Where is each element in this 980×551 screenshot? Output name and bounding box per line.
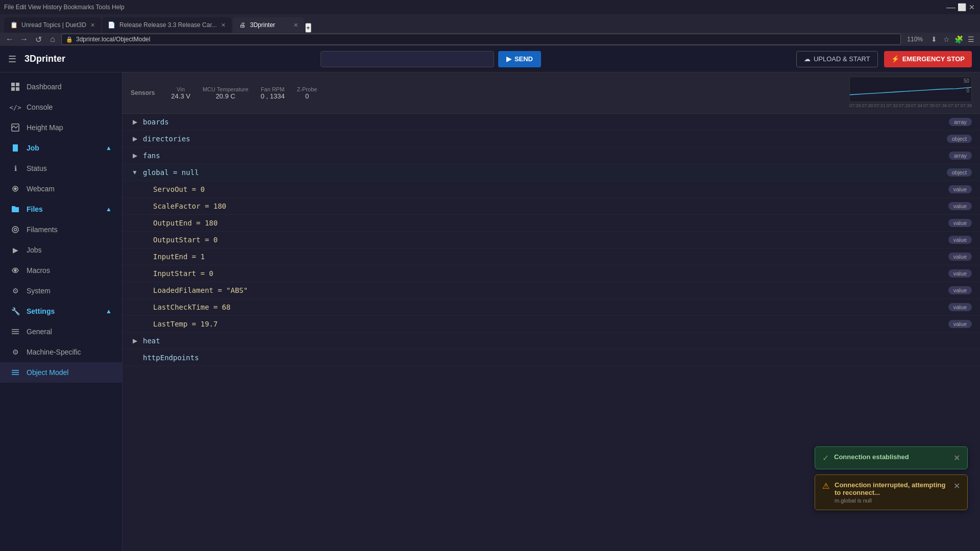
back-button[interactable]: ← [4,34,15,45]
sidebar-item-object-model[interactable]: Object Model [0,362,122,383]
om-row-servoout[interactable]: ServoOut = 0 value [122,181,980,198]
close-icon[interactable]: ✕ [969,4,976,11]
om-row-httpendpoints[interactable]: ▶ httpEndpoints object [122,349,980,366]
om-row-outputend[interactable]: OutputEnd = 180 value [122,215,980,232]
bookmarks-icon[interactable]: ☆ [941,34,951,44]
om-row-scalefactor[interactable]: ScaleFactor = 180 value [122,198,980,215]
boards-toggle-icon: ▶ [131,118,139,126]
sidebar-section-files[interactable]: Files ▲ [0,199,122,219]
menu-icon[interactable]: ☰ [966,34,976,44]
forward-button[interactable]: → [18,34,30,45]
extensions-icon[interactable]: 🧩 [953,34,964,44]
filaments-icon [10,224,20,235]
om-row-global[interactable]: ▼ global = null object [122,164,980,181]
files-icon [10,204,20,214]
heat-toggle-icon: ▶ [131,337,139,345]
sidebar-item-filaments[interactable]: Filaments [0,219,122,240]
om-row-heat[interactable]: ▶ heat object [122,333,980,349]
inputstart-key: InputStart = 0 [153,269,213,278]
fan-sensor: Fan RPM 0 , 1334 [261,86,285,100]
maximize-icon[interactable]: ⬜ [958,4,965,11]
sidebar-item-system[interactable]: ⚙ System [0,281,122,301]
svg-point-8 [14,229,17,231]
sidebar-section-settings[interactable]: 🔧 Settings ▲ [0,301,122,321]
zprobe-label: Z-Probe [297,86,317,92]
chart-times: 07:29 07:30 07:31 07:32 07:33 07:34 07:3… [849,102,972,109]
refresh-button[interactable]: ↺ [33,34,44,45]
jobs-label: Jobs [27,246,42,254]
svg-point-7 [12,227,18,233]
hamburger-icon[interactable]: ☰ [8,54,16,65]
tab-close-3dprinter[interactable]: ✕ [293,22,298,29]
sidebar-item-machine-specific[interactable]: ⚙ Machine-Specific [0,342,122,362]
sidebar-item-macros[interactable]: Macros [0,260,122,281]
om-row-lastchecktime[interactable]: LastCheckTime = 68 value [122,299,980,316]
status-icon: ℹ [10,163,20,173]
chart-time-3: 07:32 [886,103,898,108]
emergency-stop-button[interactable]: ⚡ EMERGENCY STOP [884,51,972,67]
downloads-icon[interactable]: ⬇ [929,34,939,44]
mcu-label: MCU Temperature [203,86,249,92]
send-area: ▶ SEND [74,51,788,67]
om-row-outputstart[interactable]: OutputStart = 0 value [122,232,980,248]
om-row-inputend[interactable]: InputEnd = 1 value [122,248,980,265]
chart-time-9: 07:38 [960,103,972,108]
tab-release[interactable]: 📄 Release Release 3.3 Release Car... ✕ [102,17,232,33]
sidebar-section-job[interactable]: Job ▲ [0,138,122,158]
om-row-inputstart[interactable]: InputStart = 0 value [122,265,980,282]
notifications-container: ✓ Connection established ✕ ⚠ Connection … [815,446,968,510]
sidebar-item-general[interactable]: General [0,321,122,342]
heat-key: heat [143,337,160,345]
machine-specific-label: Machine-Specific [27,348,81,356]
chart-time-7: 07:36 [936,103,947,108]
om-row-loadedfilament[interactable]: LoadedFilament = "ABS" value [122,282,980,299]
connection-established-close[interactable]: ✕ [953,453,960,463]
object-model-icon [10,367,20,378]
app-title: 3Dprinter [24,54,65,64]
send-input[interactable] [321,51,494,67]
tab-title-3dprinter: 3Dprinter [250,21,275,29]
sidebar-item-dashboard[interactable]: Dashboard [0,77,122,97]
chart-time-4: 07:33 [899,103,911,108]
sidebar-item-jobs[interactable]: ▶ Jobs [0,240,122,260]
tab-favicon-release: 📄 [108,21,115,29]
send-label: SEND [514,55,533,63]
lasttemp-key: LastTemp = 19.7 [153,320,217,328]
global-toggle-icon: ▼ [131,168,139,177]
servoout-badge: value [948,185,972,193]
files-label: Files [27,205,43,213]
dashboard-icon [10,82,20,92]
chart-time-5: 07:34 [911,103,923,108]
directories-key: directories [143,135,190,143]
sidebar-item-webcam[interactable]: Webcam [0,179,122,199]
chart-time-8: 07:37 [948,103,960,108]
upload-start-button[interactable]: ☁ UPLOAD & START [796,51,878,67]
boards-badge: array [949,118,972,126]
tab-close-duet3d[interactable]: ✕ [90,22,95,29]
tab-3dprinter[interactable]: 🖨 3Dprinter ✕ [233,17,304,33]
tab-duet3d[interactable]: 📋 Unread Topics | Duet3D ✕ [4,17,101,33]
home-button[interactable]: ⌂ [47,34,58,45]
tab-close-release[interactable]: ✕ [221,22,226,29]
new-tab-button[interactable]: + [305,23,311,33]
lasttemp-badge: value [948,320,972,328]
om-row-boards[interactable]: ▶ boards array [122,114,980,131]
om-row-directories[interactable]: ▶ directories object [122,131,980,147]
notification-connection-interrupted: ⚠ Connection interrupted, attempting to … [815,474,968,510]
object-model-label: Object Model [27,368,68,377]
connection-interrupted-title: Connection interrupted, attempting to re… [835,481,948,496]
sidebar-item-status[interactable]: ℹ Status [0,158,122,179]
browser-chrome: File Edit View History Bookmarks Tools H… [0,0,980,46]
job-label: Job [27,144,39,152]
minimize-icon[interactable]: — [946,4,953,11]
send-button[interactable]: ▶ SEND [498,51,541,67]
sidebar-item-console[interactable]: </> Console [0,97,122,117]
sidebar-item-heightmap[interactable]: Height Map [0,117,122,138]
emergency-label: EMERGENCY STOP [902,55,965,63]
address-bar[interactable]: 🔒 3dprinter.local/ObjectModel [61,34,901,45]
om-row-fans[interactable]: ▶ fans array [122,147,980,164]
om-row-lasttemp[interactable]: LastTemp = 19.7 value [122,316,980,333]
connection-interrupted-close[interactable]: ✕ [953,481,960,491]
webcam-icon [10,184,20,194]
settings-chevron-icon: ▲ [106,308,112,315]
